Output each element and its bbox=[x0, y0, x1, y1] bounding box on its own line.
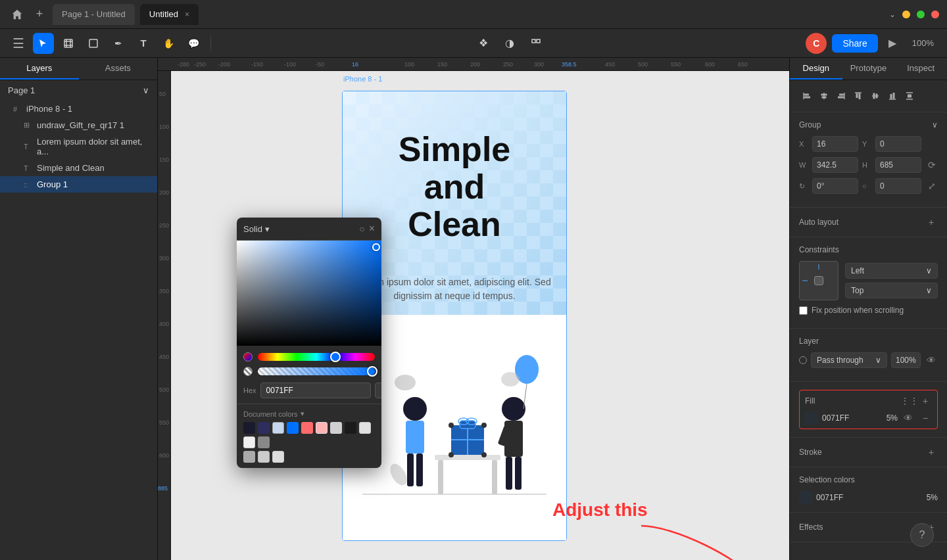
color-cursor[interactable] bbox=[372, 243, 380, 251]
maximize-button[interactable] bbox=[917, 11, 925, 18]
group-arrow-icon[interactable]: ∨ bbox=[932, 120, 938, 129]
swatch-1[interactable] bbox=[243, 422, 255, 434]
frame-tool[interactable] bbox=[58, 33, 79, 54]
align-center-h-btn[interactable] bbox=[816, 88, 832, 104]
tab-page1[interactable]: Page 1 - Untitled bbox=[53, 4, 135, 25]
color-type-dropdown[interactable]: Solid ▾ bbox=[243, 224, 270, 234]
layer-frame-icon: ⊞ bbox=[24, 121, 33, 129]
zoom-level[interactable]: 100% bbox=[907, 35, 939, 51]
align-top-btn[interactable] bbox=[850, 88, 866, 104]
stroke-label: Stroke bbox=[799, 448, 822, 457]
constraint-v-dropdown[interactable]: Top ∨ bbox=[845, 283, 938, 298]
share-button[interactable]: Share bbox=[832, 34, 877, 53]
menu-button[interactable]: ☰ bbox=[8, 33, 29, 54]
align-left-btn[interactable] bbox=[799, 88, 815, 104]
layer-visibility-icon[interactable]: 👁 bbox=[925, 354, 938, 367]
x-input[interactable] bbox=[812, 136, 858, 152]
comment-tool[interactable]: 💬 bbox=[183, 33, 204, 54]
minimize-button[interactable] bbox=[902, 11, 910, 18]
remove-fill-icon[interactable]: − bbox=[919, 411, 932, 425]
help-button[interactable]: ? bbox=[910, 523, 934, 547]
h-input[interactable] bbox=[875, 157, 921, 173]
swatch-2[interactable] bbox=[258, 422, 270, 434]
layer-undraw[interactable]: ⊞ undraw_Gift_re_qr17 1 bbox=[0, 117, 157, 133]
play-button[interactable]: ▶ bbox=[883, 34, 902, 53]
shape-tool[interactable] bbox=[83, 33, 104, 54]
swatch-10[interactable] bbox=[243, 436, 255, 448]
swatch-13[interactable] bbox=[258, 451, 270, 463]
page-arrow-icon[interactable]: ∨ bbox=[143, 85, 149, 95]
opacity-slider[interactable] bbox=[258, 367, 375, 375]
align-right-btn[interactable] bbox=[833, 88, 849, 104]
layer-group1[interactable]: :: Group 1 bbox=[0, 176, 157, 193]
svg-rect-46 bbox=[838, 97, 844, 99]
color-picker-circle-icon[interactable]: ○ bbox=[359, 223, 364, 234]
tabs-chevron-icon[interactable]: ⌄ bbox=[889, 10, 896, 19]
y-input[interactable] bbox=[875, 136, 921, 152]
pen-tool[interactable]: ✒ bbox=[108, 33, 129, 54]
distribute-v-btn[interactable] bbox=[902, 88, 917, 104]
home-button[interactable] bbox=[8, 5, 26, 24]
color-swatches-2 bbox=[243, 451, 375, 463]
add-stroke-icon[interactable]: + bbox=[925, 446, 938, 459]
new-tab-button[interactable]: + bbox=[32, 7, 47, 22]
align-middle-btn[interactable] bbox=[867, 88, 883, 104]
blend-mode-dropdown[interactable]: Pass through ∨ bbox=[811, 352, 887, 368]
tab-prototype[interactable]: Prototype bbox=[842, 58, 895, 80]
swatch-6[interactable] bbox=[316, 422, 328, 434]
layer-lorem[interactable]: T Lorem ipsum dolor sit amet, a... bbox=[0, 133, 157, 160]
swatch-5[interactable] bbox=[301, 422, 313, 434]
swatch-4[interactable] bbox=[287, 422, 299, 434]
add-autolayout-icon[interactable]: + bbox=[925, 216, 938, 229]
text-tool[interactable]: T bbox=[133, 33, 154, 54]
color-picker-close-icon[interactable]: × bbox=[369, 223, 375, 235]
svg-rect-58 bbox=[908, 95, 911, 98]
layer-opacity-input[interactable] bbox=[891, 352, 921, 368]
corner-input[interactable] bbox=[875, 178, 921, 194]
swatch-7[interactable] bbox=[330, 422, 342, 434]
align-bottom-btn[interactable] bbox=[885, 88, 900, 104]
swatch-3[interactable] bbox=[272, 422, 284, 434]
close-button[interactable] bbox=[931, 11, 939, 18]
select-tool[interactable] bbox=[33, 33, 54, 54]
user-avatar[interactable]: C bbox=[806, 33, 827, 54]
fill-color-swatch[interactable] bbox=[805, 411, 818, 425]
library-icon[interactable] bbox=[525, 33, 546, 54]
ruler-v-num: 250 bbox=[159, 222, 169, 229]
fill-visibility-icon[interactable]: 👁 bbox=[902, 411, 915, 425]
swatch-11[interactable] bbox=[258, 436, 270, 448]
w-input[interactable] bbox=[812, 157, 858, 173]
opacity-input[interactable] bbox=[375, 383, 381, 398]
tab-untitled[interactable]: Untitled × bbox=[140, 4, 199, 25]
component-icon[interactable]: ❖ bbox=[473, 33, 494, 54]
constraint-h-dropdown[interactable]: Left ∨ bbox=[845, 263, 938, 279]
hex-input[interactable] bbox=[260, 383, 371, 398]
tab-layers[interactable]: Layers bbox=[0, 58, 79, 80]
layer-iphone8[interactable]: # iPhone 8 - 1 bbox=[0, 101, 157, 117]
swatch-12[interactable] bbox=[243, 451, 255, 463]
rotation-input[interactable] bbox=[812, 178, 858, 194]
hue-slider[interactable] bbox=[258, 353, 375, 361]
swatch-9[interactable] bbox=[359, 422, 371, 434]
hue-thumb[interactable] bbox=[330, 352, 341, 362]
add-fill-icon[interactable]: + bbox=[919, 394, 932, 408]
hand-tool[interactable]: ✋ bbox=[158, 33, 179, 54]
tab-inspect[interactable]: Inspect bbox=[894, 58, 947, 80]
blend-mode-label: Pass through bbox=[817, 356, 863, 365]
contrast-icon[interactable]: ◑ bbox=[499, 33, 520, 54]
fix-scroll-checkbox[interactable] bbox=[799, 306, 808, 315]
constrain-proportions-icon[interactable]: ⟳ bbox=[925, 158, 938, 172]
expand-corners-icon[interactable]: ⤢ bbox=[925, 179, 938, 193]
layer-simple-and-clean[interactable]: T Simple and Clean bbox=[0, 160, 157, 176]
selection-color-swatch[interactable] bbox=[799, 491, 812, 504]
swatch-8[interactable] bbox=[345, 422, 356, 434]
swatch-14[interactable] bbox=[272, 451, 284, 463]
tab-close-icon[interactable]: × bbox=[185, 10, 189, 19]
page-header: Page 1 ∨ bbox=[0, 80, 157, 101]
color-gradient-area[interactable] bbox=[237, 241, 381, 346]
tab-design[interactable]: Design bbox=[790, 58, 842, 80]
doc-colors-label[interactable]: Document colors ▾ bbox=[243, 409, 375, 418]
tab-assets[interactable]: Assets bbox=[79, 58, 158, 80]
fill-grid-icon[interactable]: ⋮⋮ bbox=[903, 394, 916, 408]
opacity-thumb[interactable] bbox=[367, 366, 377, 377]
